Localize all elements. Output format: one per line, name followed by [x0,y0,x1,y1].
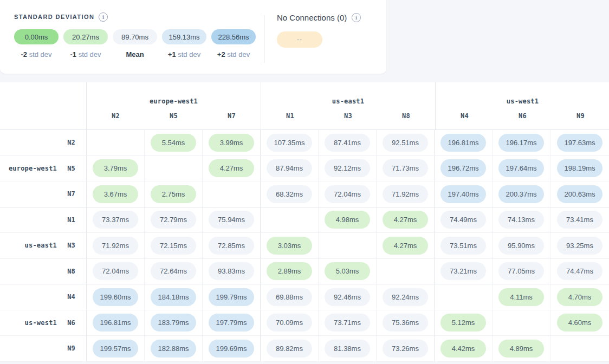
table-row: N9 199.57ms182.88ms199.69ms89.82ms81.38m… [0,336,609,362]
latency-cell[interactable]: 74.49ms [435,207,493,233]
latency-cell[interactable]: 196.72ms [435,156,493,181]
latency-value-pill: 199.60ms [93,288,138,306]
latency-value-pill: 77.05ms [498,262,544,280]
latency-cell[interactable]: 72.64ms [145,259,203,284]
latency-cell[interactable]: 87.41ms [319,130,377,155]
latency-cell[interactable]: 92.12ms [319,156,377,181]
latency-cell[interactable]: 73.41ms [550,207,609,233]
latency-cell[interactable]: 73.21ms [435,259,493,284]
latency-cell[interactable]: 4.27ms [377,207,435,233]
latency-cell[interactable]: 200.63ms [550,181,609,207]
latency-cell[interactable]: 92.24ms [377,284,435,310]
latency-cell[interactable]: 75.36ms [377,310,435,336]
latency-cell[interactable]: 197.64ms [493,156,550,181]
latency-cell[interactable] [261,207,319,233]
latency-value-pill: 197.79ms [209,314,254,332]
latency-cell[interactable]: 184.18ms [145,284,203,310]
latency-cell[interactable]: 197.63ms [550,130,609,155]
latency-cell[interactable]: 199.69ms [203,336,261,361]
latency-cell[interactable]: 72.15ms [145,233,203,258]
latency-value-pill: 68.32ms [267,185,312,203]
latency-cell[interactable] [377,259,435,284]
latency-cell[interactable]: 3.03ms [261,233,319,258]
latency-cell[interactable]: 93.25ms [550,233,609,258]
latency-cell[interactable]: 72.04ms [319,181,377,207]
latency-cell[interactable]: 70.09ms [261,310,319,336]
row-label-cell: us-east1 N3 [0,233,87,258]
latency-cell[interactable]: 3.79ms [87,156,145,181]
info-icon[interactable] [99,12,108,22]
latency-cell[interactable]: 72.85ms [203,233,261,258]
latency-cell[interactable]: 196.81ms [435,130,493,155]
info-icon[interactable] [352,13,361,22]
latency-cell[interactable]: 71.73ms [377,156,435,181]
latency-cell[interactable]: 196.81ms [87,310,145,336]
latency-cell[interactable]: 72.79ms [145,207,203,233]
latency-cell[interactable]: 2.89ms [261,259,319,284]
latency-cell[interactable]: 5.54ms [145,130,203,155]
latency-cell[interactable]: 199.79ms [203,284,261,310]
latency-cell[interactable]: 73.71ms [319,310,377,336]
latency-cell[interactable]: 74.13ms [493,207,550,233]
latency-cell[interactable]: 2.75ms [145,181,203,207]
latency-cell[interactable] [550,336,609,361]
latency-cell[interactable]: 199.57ms [87,336,145,361]
latency-value-pill: 3.03ms [267,237,312,255]
latency-cell[interactable]: 74.47ms [550,259,609,284]
node-column-label: N1 [261,112,319,129]
latency-cell[interactable]: 4.42ms [435,336,493,361]
latency-cell[interactable]: 4.11ms [493,284,550,310]
latency-value-pill: 72.79ms [151,211,196,229]
latency-cell[interactable]: 77.05ms [493,259,550,284]
latency-cell[interactable]: 73.26ms [377,336,435,361]
latency-cell[interactable]: 69.88ms [261,284,319,310]
latency-value-pill: 4.27ms [209,159,254,177]
latency-cell[interactable]: 4.70ms [550,284,609,310]
latency-cell[interactable]: 197.79ms [203,310,261,336]
latency-cell[interactable]: 4.89ms [493,336,550,361]
latency-cell[interactable]: 92.46ms [319,284,377,310]
latency-value-pill: 92.24ms [383,288,428,306]
latency-cell[interactable] [145,156,203,181]
latency-value-pill: 92.46ms [325,288,370,306]
latency-cell[interactable]: 68.32ms [261,181,319,207]
latency-cell[interactable]: 200.37ms [493,181,550,207]
latency-cell[interactable]: 199.60ms [87,284,145,310]
latency-cell[interactable] [435,284,493,310]
latency-cell[interactable]: 93.83ms [203,259,261,284]
latency-cell[interactable]: 73.37ms [87,207,145,233]
latency-cell[interactable]: 87.94ms [261,156,319,181]
latency-cell[interactable]: 75.94ms [203,207,261,233]
node-row-label: N2 [64,139,75,146]
latency-value-pill: 71.73ms [383,159,428,177]
latency-cell[interactable]: 5.12ms [435,310,493,336]
latency-cell[interactable]: 107.35ms [261,130,319,155]
latency-cell[interactable]: 4.27ms [377,233,435,258]
latency-cell[interactable]: 197.40ms [435,181,493,207]
latency-cell[interactable]: 3.67ms [87,181,145,207]
latency-cell[interactable]: 183.79ms [145,310,203,336]
latency-cell[interactable] [319,233,377,258]
latency-cell[interactable]: 81.38ms [319,336,377,361]
latency-cell[interactable]: 4.98ms [319,207,377,233]
latency-cell[interactable]: 72.04ms [87,259,145,284]
latency-cell[interactable] [87,130,145,155]
latency-cell[interactable]: 92.51ms [377,130,435,155]
latency-cell[interactable]: 198.19ms [550,156,609,181]
latency-cell[interactable]: 71.92ms [87,233,145,258]
latency-cell[interactable] [493,310,550,336]
latency-cell[interactable]: 3.99ms [203,130,261,155]
latency-cell[interactable]: 89.82ms [261,336,319,361]
latency-cell[interactable]: 182.88ms [145,336,203,361]
latency-cell[interactable]: 73.51ms [435,233,493,258]
latency-cell[interactable]: 4.60ms [550,310,609,336]
latency-cell[interactable]: 196.17ms [493,130,550,155]
latency-cell[interactable]: 71.92ms [377,181,435,207]
latency-cell[interactable] [203,181,261,207]
latency-value-pill: 196.72ms [440,159,486,177]
latency-value-pill: 72.15ms [151,237,196,255]
latency-cell[interactable]: 95.90ms [493,233,550,258]
latency-cell[interactable]: 4.27ms [203,156,261,181]
no-connections-legend: No Connections (0) -- [277,12,361,48]
latency-cell[interactable]: 5.03ms [319,259,377,284]
